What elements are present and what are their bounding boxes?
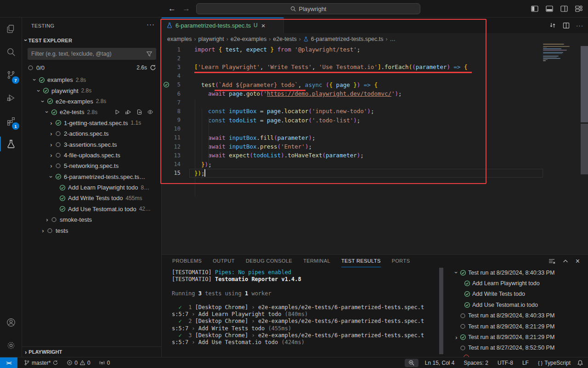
command-center-search[interactable]: Playwright (196, 3, 420, 14)
problems-status[interactable]: 0 0 (64, 358, 93, 368)
test-run-item[interactable]: Test run at 8/27/2024, 8:52:50 PM (452, 343, 588, 353)
code-text: await inputBox.fill(parameter); (181, 134, 315, 141)
tree-item-examples[interactable]: ›examples2.8s (22, 75, 162, 85)
tree-item-tests[interactable]: ›tests (22, 225, 162, 236)
settings-button[interactable] (0, 334, 22, 357)
test-run-item[interactable]: Test run at 8/29/2024, 8:21:29 PM (452, 321, 588, 332)
layout-sidebar-right-icon[interactable] (560, 5, 568, 12)
run-test-icon[interactable] (114, 109, 120, 115)
tree-item-e2e-examples[interactable]: ›e2e-examples2.8s (22, 96, 162, 107)
sidebar-item-search[interactable] (0, 40, 22, 63)
pass-icon[interactable] (162, 81, 171, 88)
sidebar-item-extensions[interactable]: 1 (0, 109, 22, 132)
tree-item-3-assertions-spec-ts[interactable]: ›3-assertions.spec.ts (22, 139, 162, 150)
code-editor[interactable]: 1import { test, expect } from '@playwrig… (162, 45, 588, 254)
panel-tab-output[interactable]: OUTPUT (213, 255, 235, 267)
sidebar-item-run-debug[interactable] (0, 86, 22, 109)
test-filter-input[interactable]: Filter (e.g. text, !exclude, @tag) (28, 48, 156, 60)
breadcrumb-item[interactable]: … (390, 36, 396, 42)
playwright-section[interactable]: › PLAYWRIGHT (22, 346, 162, 357)
remote-indicator[interactable]: >< (0, 357, 17, 368)
ports-status[interactable]: 0 (96, 358, 113, 368)
test-run-item[interactable]: Add Learn Playwright todo (452, 278, 588, 288)
sidebar-item-explorer[interactable] (0, 17, 22, 40)
layout-customize-icon[interactable] (575, 5, 582, 12)
compare-changes-icon[interactable] (549, 22, 556, 29)
scrollbar[interactable] (581, 124, 588, 174)
tree-item-add-learn-playwright-todo[interactable]: Add Learn Playwright todo8… (22, 182, 162, 193)
watch-eye-icon[interactable] (147, 109, 153, 115)
back-arrow-icon[interactable]: ← (168, 4, 176, 13)
language-status[interactable]: { } TypeScript (535, 358, 573, 368)
breadcrumb-item[interactable]: examples (167, 36, 192, 42)
layout-panel-icon[interactable] (546, 5, 553, 12)
tree-item-e2e-tests[interactable]: ›e2e-tests2.8s (22, 107, 162, 117)
tab-6-parametrized-tests[interactable]: 6-parametrized-tests.spec.ts U × (162, 17, 284, 33)
tree-item-label: smoke-tests (60, 216, 92, 223)
panel-tab-problems[interactable]: PROBLEMS (172, 255, 202, 267)
more-actions-icon[interactable]: ··· (576, 22, 583, 29)
panel-tab-debug-console[interactable]: DEBUG CONSOLE (246, 255, 292, 267)
bell-icon[interactable] (577, 360, 583, 366)
tree-item-add-use-testomat-io-todo[interactable]: Add Use Testomat.io todo42… (22, 204, 162, 214)
test-run-item[interactable]: ›Test run at 8/29/2024, 8:21:29 PM (452, 332, 588, 342)
panel-tab-test-results[interactable]: TEST RESULTS (341, 255, 381, 267)
panel-tab-terminal[interactable]: TERMINAL (303, 255, 330, 267)
more-actions-icon[interactable]: ··· (147, 20, 155, 28)
clear-output-icon[interactable] (548, 258, 555, 265)
status-bar: >< master* 0 0 0 Ln 15, Col 4 S (0, 357, 588, 368)
tree-item-2-actions-spec-ts[interactable]: ›2-actions.spec.ts (22, 128, 162, 139)
cursor-position[interactable]: Ln 15, Col 4 (422, 358, 458, 368)
breadcrumb[interactable]: examples›playwright›e2e-examples›e2e-tes… (167, 33, 396, 45)
forward-arrow-icon[interactable]: → (182, 4, 190, 13)
layout-sidebar-icon[interactable] (531, 5, 538, 12)
split-editor-icon[interactable] (563, 22, 570, 29)
test-run-item[interactable]: Add Write Tests todo (452, 289, 588, 299)
test-run-item[interactable]: Test run at 8/29/2024, 8:40:33 PM (452, 310, 588, 321)
sidebar-item-source-control[interactable]: 7 (0, 63, 22, 86)
scrollbar[interactable] (581, 46, 588, 122)
tree-item-5-networking-spec-ts[interactable]: ›5-networking.spec.ts (22, 161, 162, 171)
chevron-right-icon: › (40, 227, 46, 234)
tree-item-4-file-uploads-spec-ts[interactable]: ›4-file-uploads.spec.ts (22, 150, 162, 161)
breadcrumb-item[interactable]: e2e-examples (231, 36, 267, 42)
breadcrumb-item[interactable]: playwright (198, 36, 224, 42)
tab-label: 6-parametrized-tests.spec.ts (175, 22, 251, 29)
debug-test-icon[interactable] (125, 109, 132, 115)
filter-funnel-icon[interactable] (146, 51, 153, 57)
circle-icon (459, 345, 466, 351)
indentation-status[interactable]: Spaces: 2 (461, 358, 491, 368)
tree-item-add-write-tests-todo[interactable]: Add Write Tests todo455ms (22, 193, 162, 203)
goto-file-icon[interactable] (136, 109, 142, 115)
test-run-label: Add Use Testomat.io todo (472, 302, 538, 308)
tree-item-6-parametrized-tests-spec-ts-[interactable]: ›6-parametrized-tests.spec.ts… (22, 172, 162, 182)
test-explorer-section[interactable]: › TEST EXPLORER (25, 37, 72, 44)
chevron-right-icon: › (25, 349, 27, 356)
panel-tab-ports[interactable]: PORTS (392, 255, 410, 267)
code-text: const todoList = page.locator('.todo-lis… (181, 117, 360, 124)
branch-status[interactable]: master* (21, 358, 61, 368)
breadcrumb-item[interactable]: e2e-tests (273, 36, 296, 42)
tree-item-1-getting-started-spec-ts[interactable]: ›1-getting-started.spec.ts1.1s (22, 118, 162, 128)
chevron-right-icon: › (48, 120, 55, 126)
code-text: }); (181, 161, 212, 168)
zoom-indicator[interactable] (405, 359, 418, 367)
tree-item-smoke-tests[interactable]: ›smoke-tests (22, 214, 162, 225)
minimap[interactable] (543, 44, 572, 58)
chevron-up-icon[interactable] (562, 258, 569, 264)
explorer-icon (6, 24, 16, 34)
breadcrumb-item[interactable]: 6-parametrized-tests.spec.ts (311, 36, 384, 42)
test-run-item[interactable]: ›Test run at 8/29/2024, 8:40:33 PM (452, 267, 588, 278)
close-icon[interactable]: × (261, 22, 266, 29)
account-button[interactable] (0, 311, 22, 334)
encoding-status[interactable]: UTF-8 (495, 358, 516, 368)
tree-item-label: examples (47, 76, 73, 83)
test-run-item[interactable]: Add Use Testomat.io todo (452, 299, 588, 310)
scrollbar[interactable] (439, 268, 443, 354)
close-icon[interactable]: × (576, 257, 580, 265)
refresh-icon[interactable] (150, 64, 156, 71)
tree-item-playwright[interactable]: ›playwright2.8s (22, 85, 162, 96)
test-results-output[interactable]: [TESTOMATIO] Pipes: No pipes enabled[TES… (172, 269, 447, 346)
sidebar-item-testing[interactable] (0, 132, 22, 155)
eol-status[interactable]: LF (520, 358, 531, 368)
